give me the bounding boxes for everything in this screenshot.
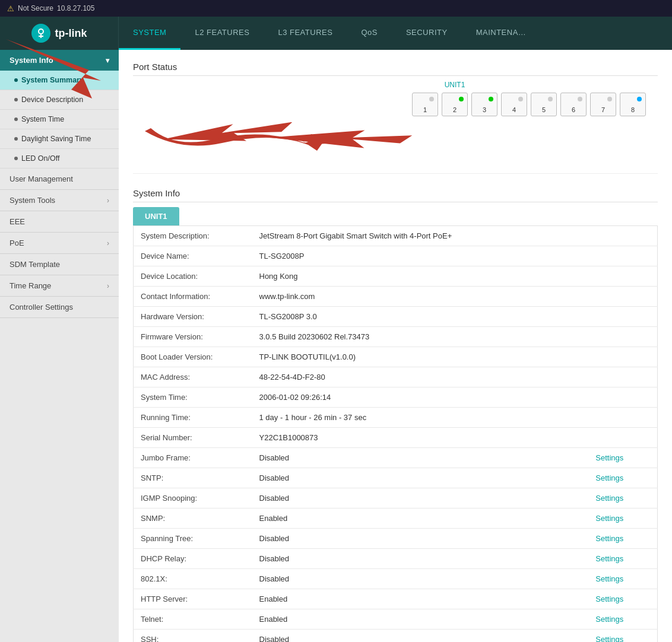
row-value: Y22C1B1000873 (252, 428, 589, 448)
port-number: 8 (631, 106, 635, 113)
settings-link[interactable]: Settings (595, 554, 623, 563)
dot-icon (14, 137, 18, 141)
empty-cell (588, 307, 657, 327)
nav-items: SYSTEM L2 FEATURES L3 FEATURES QoS SECUR… (119, 17, 672, 50)
sidebar-item-label: Device Description (21, 96, 83, 104)
settings-link[interactable]: Settings (595, 615, 623, 624)
table-row: Jumbo Frame:DisabledSettings (134, 448, 658, 468)
row-label: System Description: (134, 226, 252, 246)
port-1[interactable]: 1 (412, 93, 438, 116)
unit1-tab[interactable]: UNIT1 (133, 207, 179, 225)
settings-link[interactable]: Settings (595, 473, 623, 482)
sidebar-item-daylight-saving[interactable]: Daylight Saving Time (0, 129, 119, 149)
port-indicator-8 (637, 97, 642, 101)
port-number: 2 (453, 106, 457, 113)
nav-item-l3[interactable]: L3 FEATURES (264, 17, 347, 50)
settings-link[interactable]: Settings (595, 595, 623, 603)
row-value: Disabled (252, 488, 589, 508)
row-value: Disabled (252, 569, 589, 589)
sidebar-item-led-onoff[interactable]: LED On/Off (0, 149, 119, 169)
chevron-right-icon: › (107, 239, 109, 247)
row-label: Jumbo Frame: (134, 448, 252, 468)
row-label: Running Time: (134, 408, 252, 428)
settings-link[interactable]: Settings (595, 635, 623, 642)
table-row: Device Location:Hong Kong (134, 266, 658, 287)
port-4[interactable]: 4 (501, 93, 527, 116)
table-row: Serial Number:Y22C1B1000873 (134, 428, 658, 448)
sidebar-item-system-time[interactable]: System Time (0, 110, 119, 129)
main-content: Port Status UNIT1 1 2 (119, 50, 672, 642)
settings-link-cell: Settings (588, 529, 657, 549)
table-row: MAC Address:48-22-54-4D-F2-80 (134, 367, 658, 387)
sidebar-group-label: User Management (9, 174, 73, 183)
table-row: SNMP:EnabledSettings (134, 508, 658, 529)
port-8[interactable]: 8 (620, 93, 646, 116)
annotation-curve-arrow (133, 122, 430, 164)
empty-cell (588, 226, 657, 246)
sidebar-item-system-tools[interactable]: System Tools › (0, 190, 119, 211)
sidebar-item-poe[interactable]: PoE › (0, 233, 119, 254)
sidebar-item-sdm-template[interactable]: SDM Template (0, 254, 119, 275)
table-row: System Description:JetStream 8-Port Giga… (134, 226, 658, 246)
system-info-title: System Info (133, 188, 658, 202)
port-3[interactable]: 3 (471, 93, 497, 116)
port-indicator-5 (548, 97, 553, 101)
sidebar-item-system-summary[interactable]: System Summary (0, 71, 119, 90)
sidebar-item-device-description[interactable]: Device Description (0, 90, 119, 110)
sidebar-item-eee[interactable]: EEE (0, 211, 119, 233)
nav-item-maintena[interactable]: MAINTENA… (462, 17, 541, 50)
ports-row: 1 2 3 4 (133, 93, 658, 116)
ip-address: 10.8.27.105 (57, 4, 94, 12)
settings-link[interactable]: Settings (595, 534, 623, 543)
nav-item-system[interactable]: SYSTEM (119, 17, 180, 50)
row-label: SNTP: (134, 468, 252, 488)
empty-cell (588, 266, 657, 287)
port-6[interactable]: 6 (560, 93, 587, 116)
port-5[interactable]: 5 (531, 93, 557, 116)
sidebar-item-user-management[interactable]: User Management (0, 169, 119, 190)
row-value: www.tp-link.com (252, 287, 589, 307)
settings-link[interactable]: Settings (595, 453, 623, 462)
sidebar-system-info-header[interactable]: System Info ▾ (0, 50, 119, 71)
table-row: Firmware Version:3.0.5 Build 20230602 Re… (134, 327, 658, 347)
dot-icon (14, 78, 18, 82)
row-label: System Time: (134, 387, 252, 408)
settings-link-cell: Settings (588, 589, 657, 609)
port-indicator-7 (607, 97, 612, 101)
table-row: SNTP:DisabledSettings (134, 468, 658, 488)
sidebar-item-time-range[interactable]: Time Range › (0, 275, 119, 297)
port-2[interactable]: 2 (442, 93, 468, 116)
top-bar: ⚠ Not Secure 10.8.27.105 (0, 0, 672, 17)
nav-item-security[interactable]: SECURITY (392, 17, 462, 50)
sidebar-group-label: Time Range (9, 281, 51, 290)
row-value: Disabled (252, 448, 589, 468)
row-label: SSH: (134, 630, 252, 643)
row-label: SNMP: (134, 508, 252, 529)
layout: System Info ▾ System Summary Device Desc… (0, 50, 672, 642)
settings-link[interactable]: Settings (595, 514, 623, 523)
port-indicator-6 (578, 97, 582, 101)
row-label: Device Location: (134, 266, 252, 287)
sidebar-group-label: System Tools (9, 196, 55, 205)
settings-link[interactable]: Settings (595, 494, 623, 503)
port-7[interactable]: 7 (590, 93, 616, 116)
row-value: JetStream 8-Port Gigabit Smart Switch wi… (252, 226, 589, 246)
sidebar: System Info ▾ System Summary Device Desc… (0, 50, 119, 642)
settings-link-cell: Settings (588, 609, 657, 630)
port-indicator-4 (518, 97, 523, 101)
row-label: Telnet: (134, 609, 252, 630)
sidebar-system-info-label: System Info (9, 56, 53, 65)
empty-cell (588, 287, 657, 307)
port-indicator-1 (429, 97, 434, 101)
sidebar-item-controller-settings[interactable]: Controller Settings (0, 297, 119, 318)
settings-link-cell: Settings (588, 468, 657, 488)
row-value: 1 day - 1 hour - 26 min - 37 sec (252, 408, 589, 428)
port-number: 6 (572, 106, 575, 113)
port-status-title: Port Status (133, 62, 658, 76)
nav-item-qos[interactable]: QoS (347, 17, 392, 50)
table-row: SSH:DisabledSettings (134, 630, 658, 643)
settings-link[interactable]: Settings (595, 574, 623, 583)
nav-item-l2[interactable]: L2 FEATURES (180, 17, 264, 50)
table-row: IGMP Snooping:DisabledSettings (134, 488, 658, 508)
row-label: 802.1X: (134, 569, 252, 589)
